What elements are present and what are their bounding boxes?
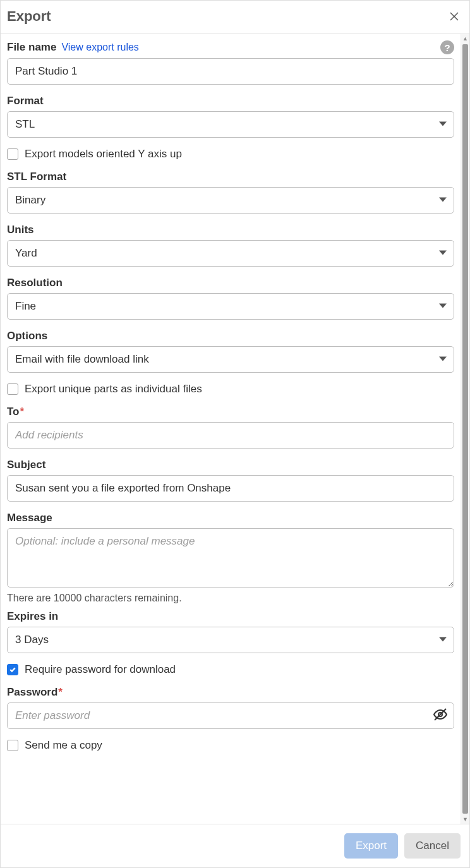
to-input[interactable] — [7, 422, 454, 449]
options-select[interactable]: Email with file download link — [7, 346, 454, 373]
required-star: * — [58, 686, 63, 698]
to-label: To — [7, 406, 20, 418]
cancel-button[interactable]: Cancel — [404, 833, 461, 859]
field-format: Format STL — [7, 95, 454, 138]
scroll-down-icon[interactable]: ▼ — [461, 815, 469, 824]
scrollbar-thumb[interactable] — [462, 44, 468, 814]
password-input[interactable] — [7, 702, 454, 729]
field-expires: Expires in 3 Days — [7, 610, 454, 653]
unique-parts-label: Export unique parts as individual files — [25, 383, 202, 395]
send-copy-label: Send me a copy — [25, 739, 102, 752]
close-icon — [449, 11, 460, 22]
message-textarea[interactable] — [7, 528, 454, 588]
field-units: Units Yard — [7, 224, 454, 267]
field-file-name: File name View export rules ? — [7, 40, 454, 85]
stl-format-select[interactable]: Binary — [7, 187, 454, 214]
expires-label: Expires in — [7, 610, 58, 623]
dialog-body: File name View export rules ? Format STL… — [1, 34, 461, 824]
eye-off-icon — [433, 707, 448, 722]
field-password: Password* — [7, 686, 454, 729]
dialog-body-wrap: File name View export rules ? Format STL… — [1, 34, 469, 824]
view-export-rules-link[interactable]: View export rules — [61, 42, 138, 53]
file-name-input[interactable] — [7, 58, 454, 85]
require-password-checkbox[interactable] — [7, 664, 18, 675]
expires-select[interactable]: 3 Days — [7, 627, 454, 653]
close-button[interactable] — [448, 10, 461, 23]
require-password-row[interactable]: Require password for download — [7, 663, 454, 676]
message-char-note: There are 10000 characters remaining. — [7, 593, 454, 604]
format-label: Format — [7, 95, 44, 107]
field-resolution: Resolution Fine — [7, 277, 454, 320]
required-star: * — [20, 406, 25, 418]
send-copy-row[interactable]: Send me a copy — [7, 739, 454, 752]
resolution-select[interactable]: Fine — [7, 293, 454, 320]
field-stl-format: STL Format Binary — [7, 171, 454, 214]
field-subject: Subject — [7, 459, 454, 502]
y-axis-up-checkbox[interactable] — [7, 148, 18, 160]
format-select[interactable]: STL — [7, 111, 454, 138]
stl-format-label: STL Format — [7, 171, 66, 183]
file-name-label: File name — [7, 41, 56, 54]
field-options: Options Email with file download link — [7, 330, 454, 373]
field-to: To* — [7, 406, 454, 449]
units-select[interactable]: Yard — [7, 240, 454, 267]
y-axis-up-label: Export models oriented Y axis up — [25, 148, 182, 160]
y-axis-up-row[interactable]: Export models oriented Y axis up — [7, 148, 454, 160]
password-label: Password — [7, 686, 57, 698]
help-icon[interactable]: ? — [440, 40, 454, 54]
toggle-password-visibility[interactable] — [433, 707, 448, 725]
check-icon — [9, 666, 16, 673]
dialog-header: Export — [1, 1, 469, 34]
subject-label: Subject — [7, 459, 45, 471]
unique-parts-checkbox[interactable] — [7, 383, 18, 395]
file-name-label-row: File name View export rules ? — [7, 40, 454, 54]
subject-input[interactable] — [7, 475, 454, 502]
unique-parts-row[interactable]: Export unique parts as individual files — [7, 383, 454, 395]
units-label: Units — [7, 224, 34, 236]
field-message: Message There are 10000 characters remai… — [7, 512, 454, 604]
export-button[interactable]: Export — [344, 833, 398, 859]
dialog-footer: Export Cancel — [1, 824, 469, 867]
message-label: Message — [7, 512, 52, 524]
require-password-label: Require password for download — [25, 663, 176, 676]
scroll-up-icon[interactable]: ▲ — [461, 34, 469, 43]
scrollbar[interactable]: ▲ ▼ — [461, 34, 469, 824]
resolution-label: Resolution — [7, 277, 63, 289]
dialog-title: Export — [7, 8, 51, 25]
options-label: Options — [7, 330, 47, 342]
send-copy-checkbox[interactable] — [7, 740, 18, 751]
export-dialog: Export File name View export rules ? For… — [0, 0, 470, 868]
